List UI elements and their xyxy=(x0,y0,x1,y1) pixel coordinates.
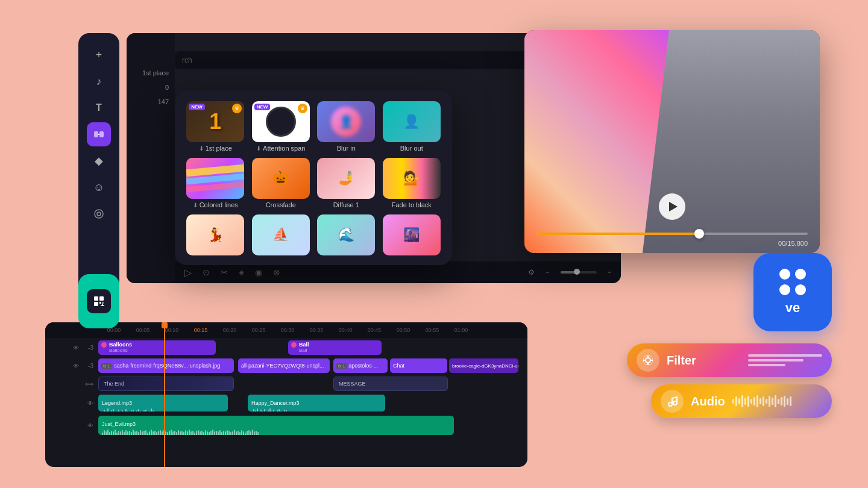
gold-number: 1 xyxy=(209,111,221,133)
toolbar-scissors-icon[interactable]: ✂ xyxy=(221,267,228,277)
track-clips-audio-1: Legend.mp3 xyxy=(98,394,527,412)
awv-6 xyxy=(747,396,749,407)
ruler-items: 00:00 00:05 00:10 00:15 00:20 00:25 00:3… xyxy=(99,327,476,333)
transition-diffuse[interactable]: 🤳 Diffuse 1 xyxy=(316,158,376,208)
clip-apostolos[interactable]: fx·1 apostolos-... xyxy=(333,358,388,373)
awv-5 xyxy=(744,398,746,405)
svg-rect-6 xyxy=(99,296,104,301)
awv-20 xyxy=(790,396,791,406)
transition-row3-2[interactable]: ⛵ xyxy=(251,214,311,255)
svg-rect-8 xyxy=(99,302,101,304)
sidebar-effects-icon[interactable]: ◆ xyxy=(87,149,111,173)
clip-balloons[interactable]: Balloons Balloons xyxy=(98,340,216,355)
filter-line-2 xyxy=(748,359,804,361)
awv-8 xyxy=(753,397,755,405)
sidebar-add-icon[interactable]: + xyxy=(87,43,111,67)
clip-message[interactable]: MESSAGE xyxy=(333,377,448,391)
track-audio-2: 👁 Just_Evil.mp3 xyxy=(45,414,527,437)
ruler-15: 00:15 xyxy=(186,327,215,333)
awv-3 xyxy=(738,398,740,404)
video-progress-handle[interactable] xyxy=(694,229,704,239)
clip-ball[interactable]: Ball Ball xyxy=(288,340,382,355)
eye-icon-audio-1[interactable]: 👁 xyxy=(87,400,93,407)
transition-row3-4[interactable]: 🌆 xyxy=(382,214,442,255)
filter-line-3 xyxy=(748,364,785,366)
eye-icon-1[interactable]: 👁 xyxy=(73,345,79,351)
transitions-row3: 💃 ⛵ 🌊 🌆 xyxy=(186,214,441,255)
audio-just-evil[interactable]: Just_Evil.mp3 xyxy=(98,416,454,435)
transition-blur-out[interactable]: 👤 Blur out xyxy=(382,101,442,152)
row3-2-thumb: ⛵ xyxy=(252,214,310,255)
transition-first-place[interactable]: NEW ♛ 1 ⬇ 1st place xyxy=(186,101,245,152)
zoom-settings[interactable]: ⚙ xyxy=(528,268,535,277)
transitions-row2: NEW ♛ ⬇ Colored lines 🎃 Crossfade xyxy=(186,158,441,208)
transition-crossfade[interactable]: 🎃 Crossfade xyxy=(251,158,311,208)
sidebar-music-icon[interactable]: ♪ xyxy=(87,69,111,93)
zoom-plus[interactable]: + xyxy=(608,269,611,276)
clip-the-end[interactable]: The End xyxy=(98,377,234,391)
timeline-playhead xyxy=(164,322,165,467)
play-button[interactable] xyxy=(659,193,685,220)
transition-fade-black[interactable]: 💁 Fade to black xyxy=(382,158,442,208)
track-clips-2: fx·1 sasha-freemind-frqSQNeB8v...-unspla… xyxy=(98,357,527,374)
play-triangle-icon xyxy=(669,202,678,211)
track-left-2: 👁 -3 xyxy=(45,363,98,369)
fade-black-label: Fade to black xyxy=(392,201,432,208)
toolbar-circle-icon[interactable]: ◉ xyxy=(255,267,262,277)
awv-15 xyxy=(775,395,776,407)
video-preview: 00/15.800 xyxy=(524,30,820,253)
audio-happy-dancer[interactable]: Happy_Dancer.mp3 xyxy=(248,395,385,411)
colored-lines-thumb: NEW ♛ xyxy=(186,158,244,199)
eye-icon-2[interactable]: 👁 xyxy=(73,363,79,369)
filter-badge[interactable]: Filter xyxy=(627,343,832,377)
toolbar-pin-icon[interactable]: ◈ xyxy=(239,268,244,277)
clip-pazani[interactable]: all-pazani-YEC7VQzWQt8-unspl... xyxy=(238,358,330,373)
count-40: 1st place xyxy=(142,69,169,77)
first-place-label: ⬇ 1st place xyxy=(199,145,232,152)
blur-in-label: Blur in xyxy=(337,145,356,152)
transition-row3-3[interactable]: 🌊 xyxy=(316,214,376,255)
toolbar-link-icon[interactable]: ⊗ xyxy=(273,267,280,277)
resize-icon[interactable]: ⟺ xyxy=(85,381,93,387)
sidebar-emoji-icon[interactable]: ☺ xyxy=(87,175,111,199)
audio-legend[interactable]: Legend.mp3 xyxy=(98,395,228,411)
awv-10 xyxy=(760,398,761,404)
crossfade-thumb: 🎃 xyxy=(252,158,310,199)
audio-badge[interactable]: Audio xyxy=(651,384,832,418)
transition-blur-in[interactable]: 👤 Blur in xyxy=(316,101,376,152)
row3-4-thumb: 🌆 xyxy=(383,214,441,255)
track-clips-audio-2: Just_Evil.mp3 xyxy=(98,415,527,436)
app-icon[interactable]: ve xyxy=(753,253,832,331)
track-num-2: -3 xyxy=(81,363,93,369)
toolbar-clock-icon[interactable]: ⊙ xyxy=(203,267,210,277)
track-left-3: ⟺ xyxy=(45,381,98,387)
svg-rect-1 xyxy=(99,131,104,137)
grid-icon[interactable] xyxy=(87,289,111,313)
track-left-1: 👁 -3 xyxy=(45,345,98,351)
svg-rect-5 xyxy=(94,296,98,301)
eye-icon-audio-2[interactable]: 👁 xyxy=(87,422,93,429)
track-text: ⟺ The End MESSAGE xyxy=(45,375,527,392)
diffuse-label: Diffuse 1 xyxy=(333,201,359,208)
sidebar-transition-icon[interactable] xyxy=(87,122,111,146)
awv-13 xyxy=(769,396,770,407)
transition-row3-1[interactable]: 💃 xyxy=(186,214,245,255)
video-progress-bar[interactable] xyxy=(536,233,808,235)
awv-19 xyxy=(787,398,788,405)
ruler-35: 00:35 xyxy=(302,327,331,333)
timeline-ruler: 00:00 00:05 00:10 00:15 00:20 00:25 00:3… xyxy=(45,322,527,338)
clip-chat[interactable]: Chat xyxy=(390,358,447,373)
audio-waveform-visual xyxy=(732,395,791,407)
count-0: 0 xyxy=(165,84,169,91)
clip-ribbon[interactable]: fx·1 sasha-freemind-frqSQNeB8v...-unspla… xyxy=(98,358,234,373)
count-147: 147 xyxy=(158,98,169,105)
zoom-slider[interactable] xyxy=(561,271,597,274)
toolbar-cursor-icon[interactable]: ▷ xyxy=(184,267,192,278)
sidebar-crop-icon[interactable] xyxy=(87,202,111,226)
sidebar-text-icon[interactable]: T xyxy=(87,96,111,120)
transition-colored-lines[interactable]: NEW ♛ ⬇ Colored lines xyxy=(186,158,245,208)
zoom-minus[interactable]: − xyxy=(546,269,549,276)
blur-out-thumb: 👤 xyxy=(383,101,441,142)
clip-brooke[interactable]: brooke-cagle-dGK3ynaDNCl-unsp... xyxy=(449,358,518,373)
transition-attention-span[interactable]: NEW ♛ ⬇ Attention span xyxy=(251,101,311,152)
